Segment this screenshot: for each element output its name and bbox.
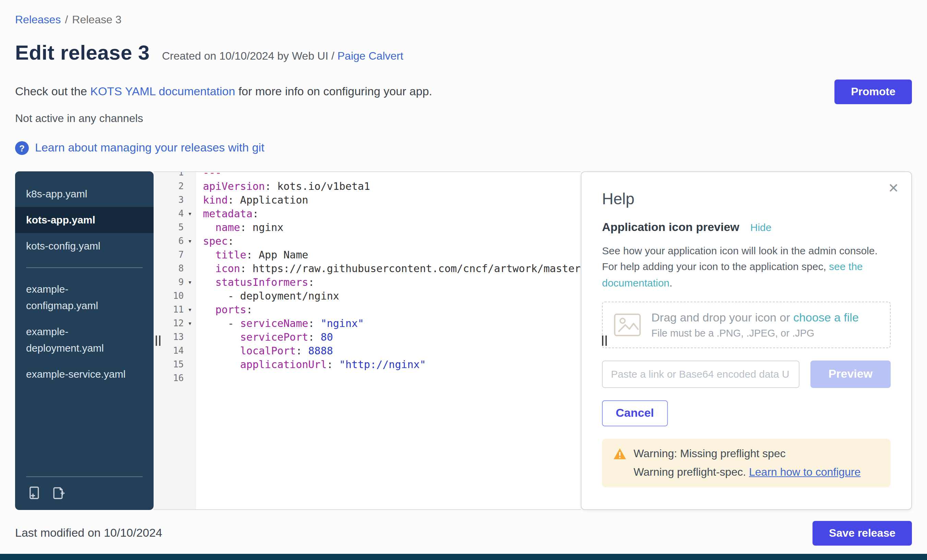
edit-release-page: Releases/Release 3 Edit release 3 Create… (0, 0, 927, 560)
line-number: 5 (153, 221, 184, 234)
code-text: localPort: 8888 (196, 344, 581, 358)
help-title: Help (602, 190, 891, 208)
help-panel: ✕ Help Application icon preview Hide See… (581, 171, 912, 510)
file-item[interactable]: example-configmap.yaml (15, 276, 153, 319)
icon-dropzone[interactable]: Drag and drop your icon or choose a file… (602, 302, 891, 348)
image-placeholder-icon (614, 313, 641, 337)
cancel-button[interactable]: Cancel (602, 400, 668, 426)
preview-button[interactable]: Preview (810, 361, 891, 388)
file-item[interactable]: example-service.yaml (15, 361, 153, 387)
created-text: Created on 10/10/2024 by Web UI / (162, 50, 338, 62)
line-number: 8 (153, 262, 184, 276)
code-text: servicePort: 80 (196, 330, 581, 344)
choose-file-link[interactable]: choose a file (793, 311, 859, 324)
warning-detail: Warning preflight-spec. Learn how to con… (634, 466, 880, 478)
code-line: 16 (153, 372, 581, 385)
code-line: 8 icon: https://raw.githubusercontent.co… (153, 262, 581, 276)
code-text: apiVersion: kots.io/v1beta1 (196, 180, 581, 193)
line-number: 6 (153, 234, 184, 248)
yaml-editor[interactable]: 1---2apiVersion: kots.io/v1beta13kind: A… (153, 171, 581, 510)
breadcrumb-releases-link[interactable]: Releases (15, 14, 61, 25)
code-line: 6▾spec: (153, 234, 581, 248)
fold-gutter (184, 221, 196, 234)
warning-text: Warning preflight-spec. (634, 466, 749, 478)
channel-status: Not active in any channels (15, 112, 912, 125)
fold-gutter (184, 289, 196, 303)
fold-caret-icon[interactable]: ▾ (184, 303, 196, 317)
code-text: ports: (196, 303, 581, 317)
fold-gutter (184, 262, 196, 276)
author-link[interactable]: Paige Calvert (337, 50, 403, 62)
code-text: icon: https://raw.githubusercontent.com/… (196, 262, 581, 276)
kots-yaml-docs-link[interactable]: KOTS YAML documentation (90, 85, 235, 98)
fold-gutter (184, 344, 196, 358)
save-release-button[interactable]: Save release (813, 521, 912, 546)
editor-help-resize-handle[interactable] (602, 335, 607, 346)
title-row: Edit release 3 Created on 10/10/2024 by … (15, 41, 912, 64)
code-text: metadata: (196, 207, 581, 221)
icon-url-input[interactable] (602, 361, 799, 388)
line-number: 10 (153, 289, 184, 303)
promote-button[interactable]: Promote (834, 79, 912, 104)
line-number: 9 (153, 276, 184, 289)
line-number: 7 (153, 248, 184, 262)
doc-row: Check out the KOTS YAML documentation fo… (15, 79, 912, 104)
fold-gutter (184, 193, 196, 207)
desc-suffix: . (670, 276, 672, 288)
release-editor-panels: k8s-app.yamlkots-app.yamlkots-config.yam… (15, 171, 912, 510)
file-item[interactable]: example-deployment.yaml (15, 319, 153, 361)
code-line: 14 localPort: 8888 (153, 344, 581, 358)
line-number: 16 (153, 372, 184, 385)
code-line: 2apiVersion: kots.io/v1beta1 (153, 180, 581, 193)
code-text: kind: Application (196, 193, 581, 207)
hide-link[interactable]: Hide (751, 222, 772, 233)
git-releases-link[interactable]: Learn about managing your releases with … (35, 141, 264, 155)
icon-preview-title: Application icon preview (602, 221, 740, 234)
code-line: 5 name: nginx (153, 221, 581, 234)
bottom-edge-strip (0, 554, 927, 560)
new-file-icon[interactable] (51, 485, 66, 500)
line-number: 2 (153, 180, 184, 193)
last-modified-text: Last modified on 10/10/2024 (15, 527, 162, 540)
line-number: 1 (153, 171, 184, 180)
code-text: title: App Name (196, 248, 581, 262)
file-tree-sidebar: k8s-app.yamlkots-app.yamlkots-config.yam… (15, 171, 153, 510)
file-tree: k8s-app.yamlkots-app.yamlkots-config.yam… (15, 181, 153, 387)
fold-gutter (184, 330, 196, 344)
code-text: spec: (196, 234, 581, 248)
code-text: statusInformers: (196, 276, 581, 289)
fold-caret-icon[interactable]: ▾ (184, 207, 196, 221)
file-item[interactable]: kots-app.yaml (15, 207, 153, 233)
doc-prefix: Check out the (15, 85, 90, 98)
warning-triangle-icon (613, 448, 627, 460)
fold-caret-icon[interactable]: ▾ (184, 234, 196, 248)
code-line: 15 applicationUrl: "http://nginx" (153, 358, 581, 372)
sidebar-editor-resize-handle[interactable] (156, 335, 160, 346)
file-item[interactable]: k8s-app.yaml (15, 181, 153, 207)
footer: Last modified on 10/10/2024 Save release (15, 521, 912, 546)
code-text: applicationUrl: "http://nginx" (196, 358, 581, 372)
file-type-note: File must be a .PNG, .JPEG, or .JPG (651, 328, 859, 338)
fold-caret-icon[interactable]: ▾ (184, 276, 196, 289)
icon-url-row: Preview (602, 361, 891, 388)
doc-line: Check out the KOTS YAML documentation fo… (15, 85, 432, 99)
page-title: Edit release 3 (15, 41, 150, 64)
close-icon[interactable]: ✕ (888, 182, 899, 195)
breadcrumb: Releases/Release 3 (15, 0, 912, 26)
fold-gutter (184, 248, 196, 262)
dropzone-text: Drag and drop your icon or choose a file… (651, 311, 859, 338)
fold-caret-icon[interactable]: ▾ (184, 317, 196, 330)
upload-file-icon[interactable] (26, 485, 41, 500)
code-line: 11▾ ports: (153, 303, 581, 317)
file-group-divider (26, 267, 143, 268)
learn-how-to-configure-link[interactable]: Learn how to configure (749, 466, 861, 478)
icon-preview-description: See how your application icon will look … (602, 243, 891, 291)
line-number: 11 (153, 303, 184, 317)
breadcrumb-current: Release 3 (72, 14, 122, 25)
drop-prefix: Drag and drop your icon or (651, 311, 793, 324)
code-text (196, 372, 581, 385)
code-line: 7 title: App Name (153, 248, 581, 262)
file-item[interactable]: kots-config.yaml (15, 233, 153, 259)
question-circle-icon: ? (15, 141, 29, 155)
code-line: 3kind: Application (153, 193, 581, 207)
